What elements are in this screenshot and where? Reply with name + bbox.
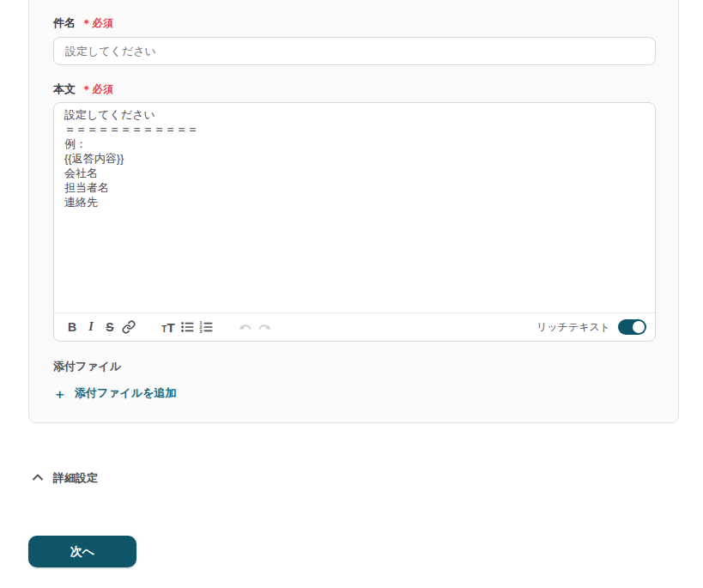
numbered-list-button[interactable]: 123 xyxy=(197,317,215,337)
rich-text-label: リッチテキスト xyxy=(536,320,610,335)
undo-icon xyxy=(239,320,252,334)
rich-text-toggle[interactable] xyxy=(618,319,646,335)
italic-icon: I xyxy=(88,320,93,334)
chevron-up-icon xyxy=(32,472,44,485)
attachments-label: 添付ファイル xyxy=(53,359,654,373)
mail-template-form-page: 件名 ＊必須 本文 ＊必須 設定してください ＝＝＝＝＝＝＝＝＝＝＝＝ 例： {… xyxy=(0,0,703,588)
plus-icon: ＋ xyxy=(53,387,66,400)
bold-icon: B xyxy=(68,320,76,334)
subject-label-row: 件名 ＊必須 xyxy=(53,16,654,30)
heading-icon: TT xyxy=(161,321,174,334)
body-required-badge: ＊必須 xyxy=(82,82,114,97)
body-label-row: 本文 ＊必須 xyxy=(53,82,654,96)
rich-text-toggle-row: リッチテキスト xyxy=(536,319,646,335)
rich-text-editor: 設定してください ＝＝＝＝＝＝＝＝＝＝＝＝ 例： {{返答内容}} 会社名 担当… xyxy=(53,102,656,342)
add-attachment-label: 添付ファイルを追加 xyxy=(75,385,177,401)
redo-button[interactable] xyxy=(255,317,274,337)
bullet-list-icon xyxy=(180,320,194,334)
body-editor-content[interactable]: 設定してください ＝＝＝＝＝＝＝＝＝＝＝＝ 例： {{返答内容}} 会社名 担当… xyxy=(54,103,655,312)
mail-form-card: 件名 ＊必須 本文 ＊必須 設定してください ＝＝＝＝＝＝＝＝＝＝＝＝ 例： {… xyxy=(28,0,679,423)
subject-input[interactable] xyxy=(53,37,656,65)
next-button[interactable]: 次へ xyxy=(28,536,136,567)
toggle-knob xyxy=(633,321,645,333)
body-label: 本文 xyxy=(53,82,76,97)
undo-button[interactable] xyxy=(236,317,255,337)
strikethrough-icon: S xyxy=(106,320,113,334)
advanced-settings-toggle[interactable]: 詳細設定 xyxy=(32,470,98,486)
subject-label: 件名 xyxy=(53,15,76,31)
svg-text:3: 3 xyxy=(200,329,203,334)
link-icon xyxy=(122,320,136,334)
redo-icon xyxy=(258,320,271,334)
heading-button[interactable]: TT xyxy=(159,317,178,337)
italic-button[interactable]: I xyxy=(82,317,100,337)
add-attachment-button[interactable]: ＋ 添付ファイルを追加 xyxy=(53,385,177,401)
link-button[interactable] xyxy=(119,317,138,337)
editor-toolbar: B I S xyxy=(54,312,655,341)
numbered-list-icon: 123 xyxy=(199,320,213,334)
advanced-settings-label: 詳細設定 xyxy=(53,470,98,486)
strikethrough-button[interactable]: S xyxy=(100,317,119,337)
bullet-list-button[interactable] xyxy=(178,317,197,337)
bold-button[interactable]: B xyxy=(63,317,82,337)
subject-required-badge: ＊必須 xyxy=(82,16,114,31)
